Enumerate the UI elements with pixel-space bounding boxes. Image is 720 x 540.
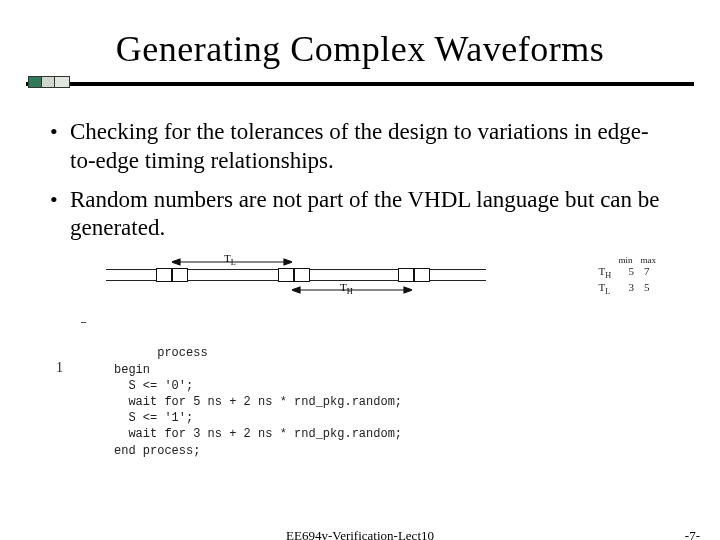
code-line: process bbox=[157, 346, 207, 360]
footer-center: EE694v-Verification-Lect10 bbox=[286, 528, 434, 540]
tl-sub: L bbox=[231, 258, 236, 267]
dash-marker: – bbox=[80, 315, 87, 331]
cell-min: 5 bbox=[628, 265, 634, 281]
code-line: wait for 3 ns + 2 ns * rnd_pkg.random; bbox=[114, 427, 402, 441]
edge-cell bbox=[294, 268, 310, 282]
horizontal-rule bbox=[26, 82, 694, 86]
row-label: TL bbox=[598, 281, 618, 297]
timing-diagram: TL TH min max TH 5 7 bbox=[106, 257, 666, 459]
svg-marker-5 bbox=[404, 287, 412, 293]
edge-cell bbox=[156, 268, 172, 282]
code-line: S <= '0'; bbox=[114, 379, 193, 393]
slide-title: Generating Complex Waveforms bbox=[36, 28, 684, 70]
code-line: begin bbox=[114, 363, 150, 377]
table-header: min max bbox=[598, 255, 656, 265]
col-max: max bbox=[641, 255, 657, 265]
decorative-boxes bbox=[28, 76, 67, 88]
vhdl-code: – 1process begin S <= '0'; wait for 5 ns… bbox=[106, 313, 666, 459]
svg-marker-4 bbox=[292, 287, 300, 293]
cell-max: 5 bbox=[644, 281, 650, 297]
edge-cell bbox=[278, 268, 294, 282]
code-line: wait for 5 ns + 2 ns * rnd_pkg.random; bbox=[114, 395, 402, 409]
col-min: min bbox=[618, 255, 632, 265]
edge-cell bbox=[398, 268, 414, 282]
timing-waveform: TL TH min max TH 5 7 bbox=[106, 257, 666, 301]
cell-max: 7 bbox=[644, 265, 650, 281]
edge-cell bbox=[414, 268, 430, 282]
tl-text: T bbox=[224, 252, 231, 264]
edge-cell bbox=[172, 268, 188, 282]
row-label: TH bbox=[598, 265, 618, 281]
bullet-list: Checking for the tolerances of the desig… bbox=[36, 118, 684, 243]
th-label: TH bbox=[340, 281, 353, 296]
th-sub: H bbox=[347, 287, 353, 296]
table-row: TH 5 7 bbox=[598, 265, 656, 281]
svg-marker-2 bbox=[284, 259, 292, 265]
code-line: S <= '1'; bbox=[114, 411, 193, 425]
cell-min: 3 bbox=[628, 281, 634, 297]
th-text: T bbox=[340, 281, 347, 293]
code-line: end process; bbox=[114, 444, 200, 458]
bullet-item: Checking for the tolerances of the desig… bbox=[70, 118, 664, 176]
tl-label: TL bbox=[224, 252, 236, 267]
table-row: TL 3 5 bbox=[598, 281, 656, 297]
title-rule bbox=[36, 76, 684, 96]
svg-marker-1 bbox=[172, 259, 180, 265]
bullet-item: Random numbers are not part of the VHDL … bbox=[70, 186, 664, 244]
footer-page-number: -7- bbox=[685, 528, 700, 540]
decor-box bbox=[54, 76, 70, 88]
slide: Generating Complex Waveforms Checking fo… bbox=[0, 0, 720, 540]
figure-number: 1 bbox=[56, 359, 63, 378]
timing-table: min max TH 5 7 TL 3 5 bbox=[598, 255, 656, 297]
